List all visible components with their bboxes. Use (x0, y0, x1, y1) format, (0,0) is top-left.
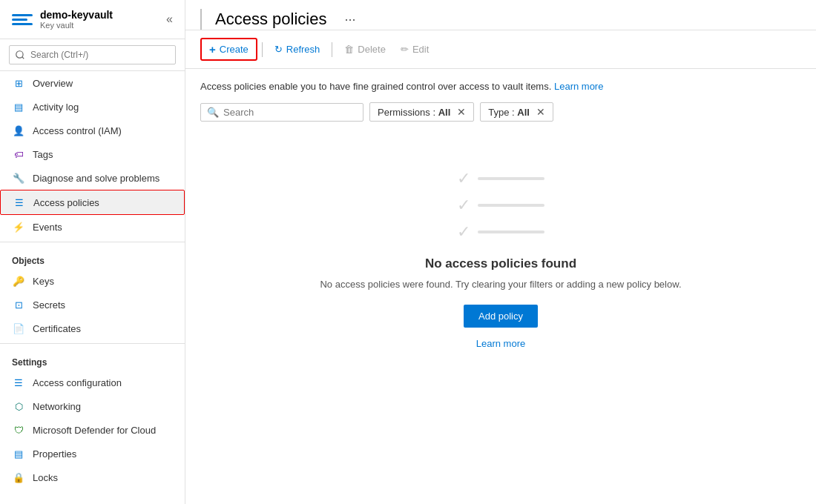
sidebar-item-label: Certificates (33, 323, 81, 334)
sidebar-item-locks[interactable]: 🔒 Locks (0, 465, 185, 489)
refresh-label: Refresh (286, 44, 320, 55)
sidebar-item-label: Secrets (33, 299, 65, 311)
sidebar: demo-keyvault Key vault « ⊞ Overview ▤ A… (0, 0, 185, 504)
empty-learn-more-link[interactable]: Learn more (476, 338, 525, 349)
empty-description: No access policies were found. Try clear… (320, 279, 681, 290)
search-input[interactable] (223, 107, 357, 118)
delete-label: Delete (358, 44, 386, 55)
more-options-button[interactable]: ··· (340, 10, 360, 29)
network-icon: ⬡ (12, 399, 25, 413)
secret-icon: ⊡ (12, 298, 25, 311)
log-icon: ▤ (12, 100, 25, 113)
type-filter-clear[interactable]: ✕ (536, 106, 545, 118)
props-icon: ▤ (12, 447, 25, 460)
sidebar-item-access-control[interactable]: 👤 Access control (IAM) (0, 119, 185, 142)
sidebar-item-tags[interactable]: 🏷 Tags (0, 142, 185, 166)
checkmark-icon: ✓ (457, 222, 470, 242)
checklist-row-1: ✓ (457, 169, 544, 188)
collapse-button[interactable]: « (166, 13, 173, 26)
sidebar-item-label: Access control (IAM) (33, 125, 122, 136)
sidebar-item-label: Networking (33, 401, 81, 412)
sidebar-item-activity-log[interactable]: ▤ Activity log (0, 95, 185, 119)
content-area: Access policies enable you to have fine … (185, 69, 816, 504)
sidebar-item-label: Overview (33, 78, 73, 89)
title-divider (200, 9, 202, 30)
refresh-icon: ↻ (274, 44, 283, 55)
checkmark-icon: ✓ (457, 169, 470, 188)
type-filter-chip[interactable]: Type : All ✕ (480, 102, 553, 122)
defender-icon: 🛡 (12, 423, 25, 437)
menu-icon (12, 12, 33, 27)
toolbar: + Create ↻ Refresh 🗑 Delete ✏ Edit (185, 30, 816, 69)
type-filter-label: Type : All (488, 107, 530, 118)
empty-icon: ✓ ✓ ✓ (457, 169, 544, 242)
tag-icon: 🏷 (12, 147, 25, 161)
checklist-row-2: ✓ (457, 196, 544, 215)
sidebar-item-keys[interactable]: 🔑 Keys (0, 269, 185, 293)
filter-bar: 🔍 Permissions : All ✕ Type : All ✕ (200, 102, 801, 122)
sidebar-item-events[interactable]: ⚡ Events (0, 215, 185, 239)
page-header: Access policies ··· (185, 0, 816, 30)
search-input[interactable] (9, 45, 176, 64)
checklist-row-3: ✓ (457, 222, 544, 242)
sidebar-search (0, 39, 185, 71)
sidebar-nav: ⊞ Overview ▤ Activity log 👤 Access contr… (0, 71, 185, 504)
edit-label: Edit (412, 44, 429, 55)
sidebar-item-defender[interactable]: 🛡 Microsoft Defender for Cloud (0, 418, 185, 442)
delete-button: 🗑 Delete (337, 40, 393, 59)
settings-section-label: Settings (0, 347, 185, 371)
grid-icon: ⊞ (12, 76, 25, 90)
sidebar-item-label: Locks (33, 472, 58, 483)
sidebar-item-overview[interactable]: ⊞ Overview (0, 71, 185, 95)
permissions-filter-chip[interactable]: Permissions : All ✕ (369, 102, 474, 122)
wrench-icon: 🔧 (12, 171, 25, 185)
plus-icon: + (209, 43, 216, 56)
sidebar-header: demo-keyvault Key vault « (0, 0, 185, 39)
create-label: Create (220, 44, 249, 55)
permissions-filter-label: Permissions : All (378, 107, 450, 118)
toolbar-separator-1 (262, 42, 263, 57)
checklist-illustration: ✓ ✓ ✓ (457, 169, 544, 242)
sidebar-item-label: Diagnose and solve problems (33, 173, 159, 184)
sidebar-item-label: Keys (33, 276, 54, 287)
sidebar-item-label: Events (33, 222, 62, 233)
info-text: Access policies enable you to have fine … (200, 81, 801, 92)
refresh-button[interactable]: ↻ Refresh (267, 40, 328, 59)
edit-icon: ✏ (401, 44, 409, 55)
sidebar-item-label: Access configuration (33, 377, 122, 388)
app-title: demo-keyvault Key vault (40, 9, 113, 30)
bolt-icon: ⚡ (12, 220, 25, 233)
learn-more-link[interactable]: Learn more (554, 81, 603, 92)
sidebar-item-access-policies[interactable]: ☰ Access policies (0, 190, 185, 215)
check-line (478, 231, 544, 233)
config-icon: ☰ (12, 376, 25, 389)
permissions-filter-clear[interactable]: ✕ (457, 106, 466, 118)
create-button[interactable]: + Create (200, 38, 257, 61)
sidebar-item-label: Properties (33, 448, 76, 460)
sidebar-item-label: Microsoft Defender for Cloud (33, 425, 156, 436)
add-policy-button[interactable]: Add policy (464, 305, 538, 328)
list-icon: ☰ (13, 196, 26, 209)
objects-section-label: Objects (0, 245, 185, 269)
search-icon: 🔍 (207, 107, 219, 118)
app-name: demo-keyvault (40, 9, 113, 21)
key-icon: 🔑 (12, 274, 25, 288)
cert-icon: 📄 (12, 322, 25, 335)
sidebar-item-diagnose[interactable]: 🔧 Diagnose and solve problems (0, 166, 185, 190)
sidebar-item-certificates[interactable]: 📄 Certificates (0, 316, 185, 340)
lock-icon: 🔒 (12, 471, 25, 484)
sidebar-item-properties[interactable]: ▤ Properties (0, 442, 185, 465)
empty-state: ✓ ✓ ✓ No access policies found No access… (200, 139, 801, 379)
empty-title: No access policies found (425, 256, 576, 271)
sidebar-item-label: Access policies (33, 197, 99, 208)
sidebar-item-access-config[interactable]: ☰ Access configuration (0, 371, 185, 394)
app-subtitle: Key vault (40, 21, 113, 30)
toolbar-separator-2 (332, 42, 332, 57)
check-line (478, 204, 544, 207)
sidebar-item-secrets[interactable]: ⊡ Secrets (0, 293, 185, 316)
delete-icon: 🗑 (344, 44, 354, 55)
sidebar-item-label: Activity log (33, 102, 79, 113)
checkmark-icon: ✓ (457, 196, 470, 215)
search-filter[interactable]: 🔍 (200, 103, 363, 122)
sidebar-item-networking[interactable]: ⬡ Networking (0, 394, 185, 418)
